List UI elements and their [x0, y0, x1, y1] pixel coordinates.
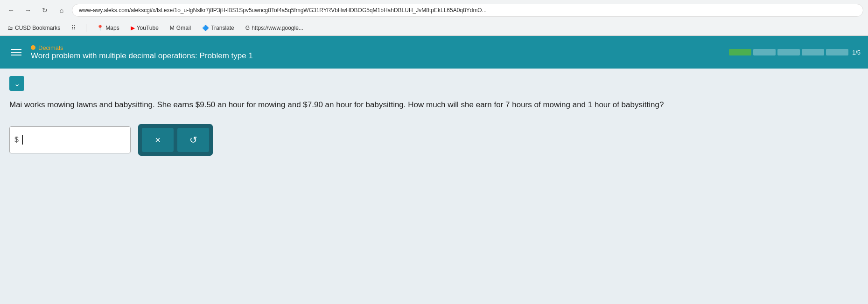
bookmarks-bar: 🗂 CUSD Bookmarks ⠿ 📍 Maps ▶ YouTube M Gm… [0, 21, 868, 35]
reset-button[interactable]: ↺ [177, 128, 209, 152]
google-icon: G [245, 25, 250, 31]
aleks-header: Decimals Word problem with multiple deci… [0, 36, 868, 69]
nav-bar: ← → ↻ ⌂ www-awy.aleks.com/alekscgi/x/lsl… [0, 0, 868, 21]
menu-line-2 [11, 52, 21, 53]
menu-button[interactable] [7, 45, 25, 59]
cusd-icon: 🗂 [7, 25, 13, 31]
progress-empty-3 [802, 49, 824, 55]
chevron-button[interactable]: ⌄ [9, 76, 24, 91]
menu-line-3 [11, 55, 21, 55]
header-title-area: Decimals Word problem with multiple deci… [31, 44, 729, 61]
gmail-icon: M [170, 25, 175, 31]
progress-label: 1/5 [852, 49, 861, 56]
bookmark-apps[interactable]: ⠿ [69, 24, 78, 32]
answer-box[interactable]: $ [9, 126, 131, 153]
action-buttons: × ↺ [138, 124, 213, 156]
bookmark-google[interactable]: G https://www.google... [243, 24, 306, 32]
bookmark-maps[interactable]: 📍 Maps [94, 24, 122, 32]
youtube-icon: ▶ [131, 25, 135, 31]
reload-button[interactable]: ↻ [38, 4, 51, 17]
divider [86, 24, 86, 32]
forward-button[interactable]: → [21, 4, 35, 17]
youtube-label: YouTube [137, 25, 159, 31]
progress-empty-2 [777, 49, 800, 55]
topic-subtitle: Decimals [31, 44, 729, 51]
translate-icon: 🔷 [202, 25, 209, 31]
bookmark-translate[interactable]: 🔷 Translate [199, 24, 237, 32]
topic-label: Decimals [38, 44, 63, 51]
cursor [22, 135, 23, 145]
answer-row: $ × ↺ [9, 124, 859, 156]
maps-label: Maps [105, 25, 119, 31]
progress-area: 1/5 [729, 49, 861, 56]
apps-icon: ⠿ [71, 25, 76, 31]
question-text: Mai works mowing lawns and babysitting. … [9, 98, 709, 111]
content-area: ⌄ Mai works mowing lawns and babysitting… [0, 69, 868, 163]
cusd-label: CUSD Bookmarks [15, 25, 60, 31]
progress-empty-4 [826, 49, 848, 55]
progress-empty-1 [753, 49, 776, 55]
aleks-container: Decimals Word problem with multiple deci… [0, 36, 868, 304]
address-bar[interactable]: www-awy.aleks.com/alekscgi/x/lsl.exe/1o_… [72, 4, 863, 17]
browser-chrome: ← → ↻ ⌂ www-awy.aleks.com/alekscgi/x/lsl… [0, 0, 868, 36]
google-label: https://www.google... [252, 25, 303, 31]
topic-dot [31, 45, 35, 50]
translate-label: Translate [211, 25, 234, 31]
answer-input[interactable] [21, 130, 126, 150]
maps-icon: 📍 [97, 25, 104, 31]
gmail-label: Gmail [176, 25, 191, 31]
back-button[interactable]: ← [5, 4, 18, 17]
progress-filled-1 [729, 49, 751, 55]
url-text: www-awy.aleks.com/alekscgi/x/lsl.exe/1o_… [79, 7, 487, 14]
question-title: Word problem with multiple decimal opera… [31, 51, 729, 61]
bookmark-gmail[interactable]: M Gmail [167, 24, 194, 32]
bookmark-cusd[interactable]: 🗂 CUSD Bookmarks [5, 24, 63, 32]
menu-line-1 [11, 49, 21, 50]
dollar-sign-icon: $ [14, 136, 19, 144]
clear-button[interactable]: × [142, 128, 174, 152]
bookmark-youtube[interactable]: ▶ YouTube [128, 24, 161, 32]
home-button[interactable]: ⌂ [55, 4, 68, 17]
chevron-down-icon: ⌄ [14, 79, 20, 88]
